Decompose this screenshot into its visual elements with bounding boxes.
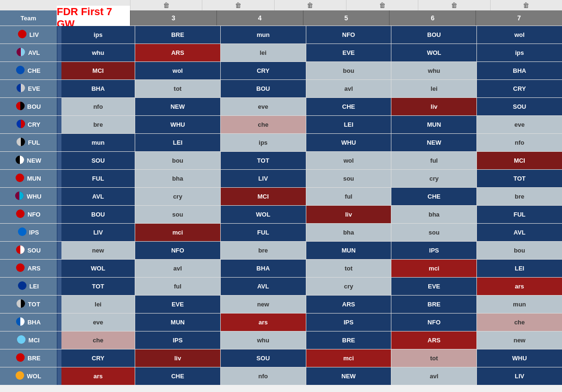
fixture-cell[interactable]: sou bbox=[391, 224, 476, 241]
fixture-cell[interactable]: IPS bbox=[135, 331, 220, 349]
fixture-cell[interactable]: FUL bbox=[476, 206, 562, 223]
fixture-cell[interactable]: cry bbox=[306, 278, 391, 295]
fixture-cell[interactable]: MUN bbox=[306, 242, 391, 259]
fixture-cell[interactable]: ips bbox=[476, 44, 562, 61]
fixture-cell[interactable]: BHA bbox=[61, 80, 135, 97]
fixture-cell[interactable]: lei bbox=[220, 44, 306, 61]
delete-gw7[interactable]: 🗑 bbox=[490, 0, 562, 10]
fixture-cell[interactable]: BOU bbox=[220, 80, 306, 97]
fixture-cell[interactable]: BRE bbox=[306, 331, 391, 349]
fixture-cell[interactable]: MUN bbox=[135, 314, 220, 331]
fixture-cell[interactable]: BRE bbox=[391, 296, 476, 313]
fixture-cell[interactable]: AVL bbox=[476, 224, 562, 241]
fixture-cell[interactable]: LEI bbox=[306, 116, 391, 133]
fixture-cell[interactable]: SOU bbox=[61, 152, 135, 169]
fixture-cell[interactable]: eve bbox=[61, 314, 135, 331]
fixture-cell[interactable]: ars bbox=[476, 278, 562, 295]
fixture-cell[interactable]: SOU bbox=[220, 349, 306, 367]
team-cell-whu[interactable]: WHU bbox=[0, 188, 57, 205]
fixture-cell[interactable]: eve bbox=[476, 116, 562, 133]
fixture-cell[interactable]: lei bbox=[61, 296, 135, 313]
fixture-cell[interactable]: whu bbox=[61, 44, 135, 61]
fixture-cell[interactable]: new bbox=[220, 296, 306, 313]
fixture-cell[interactable]: wol bbox=[135, 62, 220, 79]
fixture-cell[interactable]: MCI bbox=[61, 62, 135, 79]
team-cell-ars[interactable]: ARS bbox=[0, 260, 57, 277]
fixture-cell[interactable]: ful bbox=[391, 152, 476, 169]
fixture-cell[interactable]: liv bbox=[391, 98, 476, 115]
fixture-cell[interactable]: new bbox=[476, 331, 562, 349]
fixture-cell[interactable]: WOL bbox=[220, 206, 306, 223]
team-cell-bou[interactable]: BOU bbox=[0, 98, 57, 115]
fixture-cell[interactable]: BHA bbox=[476, 62, 562, 79]
fixture-cell[interactable]: bre bbox=[220, 242, 306, 259]
fixture-cell[interactable]: whu bbox=[220, 331, 306, 349]
fixture-cell[interactable]: avl bbox=[306, 80, 391, 97]
team-cell-che[interactable]: CHE bbox=[0, 62, 57, 79]
fixture-cell[interactable]: avl bbox=[391, 367, 476, 385]
fixture-cell[interactable]: mun bbox=[220, 26, 306, 44]
fixture-cell[interactable]: bou bbox=[306, 62, 391, 79]
fixture-cell[interactable]: mci bbox=[391, 260, 476, 277]
fixture-cell[interactable]: LIV bbox=[476, 367, 562, 385]
fixture-cell[interactable]: eve bbox=[220, 98, 306, 115]
fixture-cell[interactable]: avl bbox=[135, 260, 220, 277]
fixture-cell[interactable]: LIV bbox=[61, 224, 135, 241]
fixture-cell[interactable]: NFO bbox=[135, 242, 220, 259]
fixture-cell[interactable]: wol bbox=[306, 152, 391, 169]
fixture-cell[interactable]: che bbox=[220, 116, 306, 133]
fixture-cell[interactable]: IPS bbox=[391, 242, 476, 259]
team-cell-mci[interactable]: MCI bbox=[0, 331, 57, 349]
fixture-cell[interactable]: bha bbox=[306, 224, 391, 241]
fixture-cell[interactable]: WOL bbox=[61, 260, 135, 277]
team-cell-sou[interactable]: SOU bbox=[0, 242, 57, 259]
fixture-cell[interactable]: BHA bbox=[220, 260, 306, 277]
team-cell-bha[interactable]: BHA bbox=[0, 314, 57, 331]
fixture-cell[interactable]: AVL bbox=[61, 188, 135, 205]
fixture-cell[interactable]: FUL bbox=[61, 170, 135, 187]
fixture-cell[interactable]: CHE bbox=[391, 188, 476, 205]
fixture-cell[interactable]: bou bbox=[476, 242, 562, 259]
fixture-cell[interactable]: MCI bbox=[476, 152, 562, 169]
fixture-cell[interactable]: BRE bbox=[135, 26, 220, 44]
delete-gw5[interactable]: 🗑 bbox=[346, 0, 418, 10]
fixture-cell[interactable]: MCI bbox=[220, 188, 306, 205]
fixture-cell[interactable]: liv bbox=[135, 349, 220, 367]
fixture-cell[interactable]: lei bbox=[391, 80, 476, 97]
fixture-cell[interactable]: MUN bbox=[391, 116, 476, 133]
fixture-cell[interactable]: wol bbox=[476, 26, 562, 44]
team-cell-ful[interactable]: FUL bbox=[0, 134, 57, 151]
fixture-cell[interactable]: ful bbox=[306, 188, 391, 205]
fixture-cell[interactable]: mci bbox=[306, 349, 391, 367]
team-cell-wol[interactable]: WOL bbox=[0, 367, 57, 385]
fixture-cell[interactable]: ARS bbox=[391, 331, 476, 349]
fixture-cell[interactable]: cry bbox=[135, 188, 220, 205]
fixture-cell[interactable]: sou bbox=[306, 170, 391, 187]
fixture-cell[interactable]: bre bbox=[476, 188, 562, 205]
fixture-cell[interactable]: IPS bbox=[306, 314, 391, 331]
team-cell-cry[interactable]: CRY bbox=[0, 116, 57, 133]
fixture-cell[interactable]: NEW bbox=[135, 98, 220, 115]
fixture-cell[interactable]: CRY bbox=[476, 80, 562, 97]
fixture-cell[interactable]: CRY bbox=[220, 62, 306, 79]
fixture-cell[interactable]: BOU bbox=[61, 206, 135, 223]
fixture-cell[interactable]: NEW bbox=[391, 134, 476, 151]
fixture-cell[interactable]: ars bbox=[220, 314, 306, 331]
fixture-cell[interactable]: nfo bbox=[220, 367, 306, 385]
team-cell-new[interactable]: NEW bbox=[0, 152, 57, 169]
fixture-cell[interactable]: che bbox=[61, 331, 135, 349]
fixture-cell[interactable]: che bbox=[476, 314, 562, 331]
fixture-cell[interactable]: new bbox=[61, 242, 135, 259]
fixture-cell[interactable]: WOL bbox=[391, 44, 476, 61]
fixture-cell[interactable]: WHU bbox=[135, 116, 220, 133]
fixture-cell[interactable]: TOT bbox=[61, 278, 135, 295]
fixture-cell[interactable]: EVE bbox=[135, 296, 220, 313]
fixture-cell[interactable]: nfo bbox=[61, 98, 135, 115]
fixture-cell[interactable]: WHU bbox=[306, 134, 391, 151]
fixture-cell[interactable]: sou bbox=[135, 206, 220, 223]
fixture-cell[interactable]: bou bbox=[135, 152, 220, 169]
team-cell-avl[interactable]: AVL bbox=[0, 44, 57, 61]
fixture-cell[interactable]: whu bbox=[391, 62, 476, 79]
team-cell-liv[interactable]: LIV bbox=[0, 26, 57, 44]
fixture-cell[interactable]: TOT bbox=[220, 152, 306, 169]
